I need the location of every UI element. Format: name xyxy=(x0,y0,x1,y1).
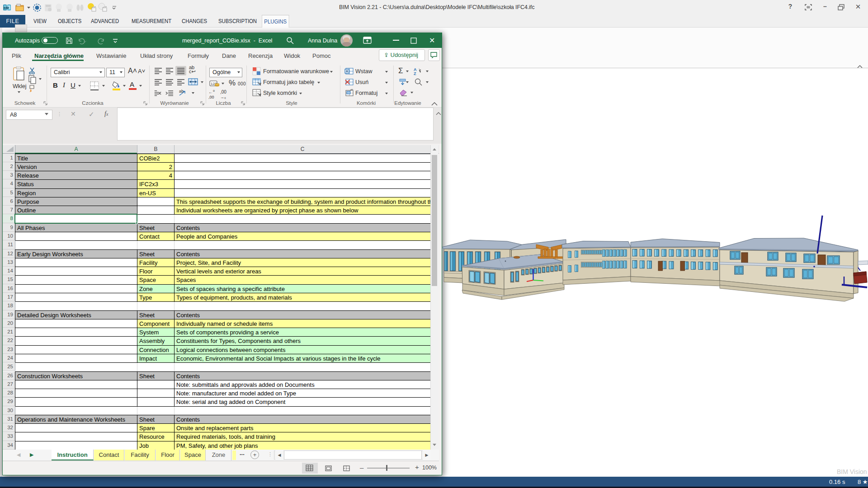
svg-text:BIM: BIM xyxy=(4,6,9,9)
svg-text:ab: ab xyxy=(179,89,184,94)
svg-text:Z: Z xyxy=(414,71,416,76)
